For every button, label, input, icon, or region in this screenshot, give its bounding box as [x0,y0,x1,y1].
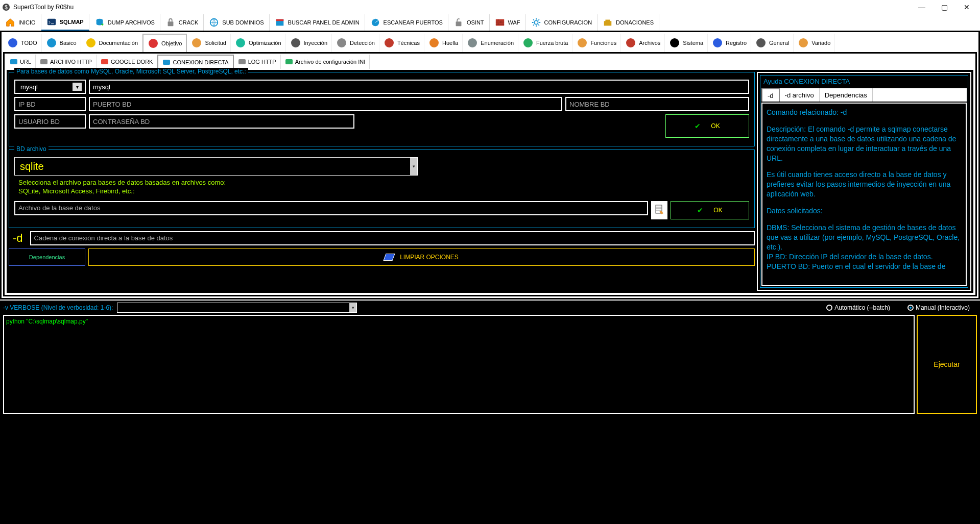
svg-point-26 [578,38,587,47]
svg-point-18 [192,38,201,47]
toolbar-solicitud[interactable]: Solicitud [187,34,231,52]
ok-server-button[interactable]: ✔ OK [665,114,749,138]
huella-icon [428,37,440,48]
svg-rect-9 [456,21,461,26]
titlebar: $ SuperGTool by R0$hu — ▢ ✕ [0,0,980,14]
main-tabs: INICIOSQLMAPDUMP ARCHIVOSCRACKSUB DOMINI… [0,14,980,31]
toolbar-doc[interactable]: Documentación [81,34,142,52]
toolbar-sistema[interactable]: Sistema [665,34,708,52]
subtab-ini[interactable]: Archivo de configuración INI [281,55,370,69]
objective-subtabs: URLARCHIVO HTTPGOOGLE DORKCONEXION DIREC… [6,55,974,69]
main-tab-dump[interactable]: DUMP ARCHIVOS [89,14,160,31]
db-server-group: Para bases de datos como MySQL, Oracle, … [9,72,755,146]
inyeccion-icon [290,37,301,48]
toolbar-deteccion[interactable]: Detección [332,34,379,52]
puerto-bd-input[interactable] [89,97,562,111]
verbose-combo[interactable]: ▾ [117,303,357,313]
svg-rect-7 [276,19,283,21]
toolbar-fuerza[interactable]: Fuerza bruta [518,34,572,52]
maximize-button[interactable]: ▢ [933,0,955,14]
browse-file-button[interactable] [651,201,667,219]
dependencias-button[interactable]: Dependencias [9,248,85,266]
subtab-gdork[interactable]: GOOGLE DORK [97,55,158,69]
toolbar-funciones[interactable]: Funciones [572,34,621,52]
svg-point-27 [626,38,635,47]
eraser-icon [384,254,395,261]
help-panel: Ayuda CONEXION DIRECTA -d-d archivoDepen… [757,72,971,291]
main-tab-donate[interactable]: DONACIONES [597,14,659,31]
help-tab-2[interactable]: Dependencias [820,88,873,102]
db-server-legend: Para bases de datos como MySQL, Oracle, … [14,68,248,75]
radio-manual[interactable]: Manual (Interactivo) [907,304,970,311]
main-tab-waf[interactable]: WAF [490,14,526,31]
subtab-loghttp[interactable]: LOG HTTP [234,55,281,69]
verbose-bar: -v VERBOSE (Nivel de verbosidad: 1-6): ▾… [0,300,980,315]
variado-icon [798,37,809,48]
file-help-text: Selecciona el archivo para bases de dato… [18,179,749,196]
command-console: python "C:\sqlmap\sqlmap.py" [3,315,915,414]
main-tab-inicio[interactable]: INICIO [0,14,41,31]
app-logo-icon: $ [2,3,10,11]
window-title: SuperGTool by R0$hu [13,4,911,11]
subtab-conexion[interactable]: CONEXION DIRECTA [157,55,233,69]
toolbar-registro[interactable]: Registro [708,34,751,52]
unlock-icon [453,17,464,28]
main-tab-subdom[interactable]: SUB DOMINIOS [204,14,269,31]
password-bd-input[interactable] [89,114,354,129]
ini-icon [285,58,293,66]
toolbar-general[interactable]: General [751,34,794,52]
svg-rect-34 [101,59,108,64]
toolbar-archivos[interactable]: Archivos [621,34,665,52]
toolbar-tecnicas[interactable]: Técnicas [379,34,424,52]
svg-point-23 [429,38,439,47]
ip-bd-input[interactable] [14,97,86,111]
check-icon: ✔ [697,206,703,214]
toolbar-basico[interactable]: Basico [42,34,81,52]
scan-icon [370,17,380,28]
help-tab-1[interactable]: -d archivo [780,88,820,102]
toolbar-opt[interactable]: Optimización [231,34,286,52]
toolbar-inyeccion[interactable]: Inyección [286,34,332,52]
file-dbms-combo[interactable]: sqlite ▾ [14,157,418,176]
main-tab-crack[interactable]: CRACK [160,14,204,31]
toolbar-todo[interactable]: TODO [3,34,42,52]
loghttp-icon [238,58,246,66]
subtab-ahttp[interactable]: ARCHIVO HTTP [36,55,97,69]
toolbar-enum[interactable]: Enumeración [463,34,518,52]
toolbar-variado[interactable]: Variado [794,34,835,52]
main-tab-sqlmap[interactable]: SQLMAP [41,14,89,31]
svg-rect-12 [604,21,612,26]
toolbar-objetivo[interactable]: Objetivo [142,34,187,52]
subtab-url[interactable]: URL [6,55,36,69]
nombre-bd-input[interactable] [565,97,749,111]
panel-icon [275,17,285,28]
svg-point-31 [799,38,808,47]
limpiar-opciones-button[interactable]: LIMPIAR OPCIONES [88,248,755,266]
doc-icon [85,37,97,48]
main-tab-osint[interactable]: OSINT [448,14,490,31]
db-file-path-input[interactable] [14,201,648,215]
svg-point-16 [86,38,95,47]
dbms-combo[interactable]: mysql ▾ [14,80,86,94]
connection-string-input[interactable] [30,231,755,245]
svg-point-29 [713,38,722,47]
radio-icon [826,305,832,311]
main-tab-scan[interactable]: ESCANEAR PUERTOS [365,14,448,31]
dbms-input[interactable] [89,80,749,94]
help-title: Ayuda CONEXION DIRECTA [761,77,967,88]
verbose-label: -v VERBOSE (Nivel de verbosidad: 1-6): [3,304,113,311]
svg-text:$: $ [5,5,8,10]
radio-auto[interactable]: Automático (--batch) [826,304,890,311]
svg-point-22 [385,38,394,47]
main-tab-config[interactable]: CONFIGURACION [526,14,598,31]
usuario-bd-input[interactable] [14,114,86,129]
ejecutar-button[interactable]: Ejecutar [917,315,977,414]
ok-file-button[interactable]: ✔ OK [671,201,749,219]
svg-rect-35 [163,60,170,65]
radio-icon [907,305,914,311]
main-tab-admin[interactable]: BUSCAR PANEL DE ADMIN [270,14,365,31]
help-tab-0[interactable]: -d [761,88,780,102]
toolbar-huella[interactable]: Huella [424,34,463,52]
close-button[interactable]: ✕ [955,0,978,14]
minimize-button[interactable]: — [911,0,933,14]
